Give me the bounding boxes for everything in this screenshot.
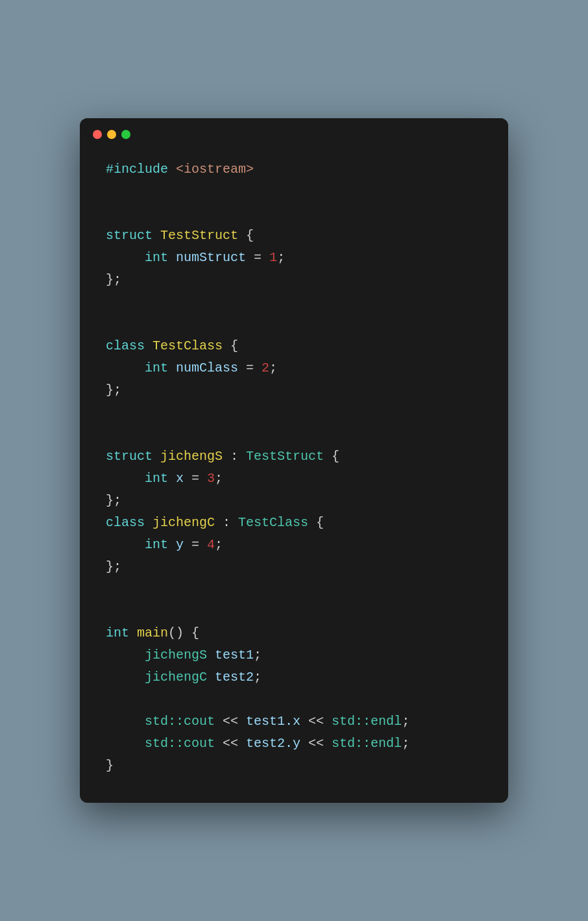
maximize-button[interactable] <box>121 130 130 139</box>
line-class1-open: class TestClass { <box>106 335 482 357</box>
line-main-close: } <box>106 755 482 777</box>
blank-line-3 <box>106 291 482 313</box>
line-struct2-open: struct jichengS : TestStruct { <box>106 446 482 468</box>
blank-line-9 <box>106 688 482 711</box>
line-cout1: std::cout << test1.x << std::endl; <box>106 711 482 733</box>
close-button[interactable] <box>93 130 102 139</box>
blank-line-2 <box>106 203 482 225</box>
titlebar <box>80 118 508 145</box>
line-struct1-open: struct TestStruct { <box>106 225 482 247</box>
blank-line-4 <box>106 313 482 335</box>
line-struct1-field: int numStruct = 1; <box>106 247 482 269</box>
line-class2-open: class jichengC : TestClass { <box>106 512 482 534</box>
line-main-open: int main() { <box>106 622 482 644</box>
code-editor: #include <iostream> struct TestStruct { … <box>80 145 508 803</box>
blank-line-8 <box>106 600 482 622</box>
blank-line-5 <box>106 401 482 423</box>
line-main-obj1: jichengS test1; <box>106 644 482 666</box>
line-struct1-close: }; <box>106 269 482 291</box>
line-cout2: std::cout << test2.y << std::endl; <box>106 733 482 755</box>
code-window: #include <iostream> struct TestStruct { … <box>80 118 508 803</box>
line-main-obj2: jichengC test2; <box>106 666 482 688</box>
line-struct2-field: int x = 3; <box>106 468 482 490</box>
line-struct2-close: }; <box>106 490 482 512</box>
minimize-button[interactable] <box>107 130 116 139</box>
line-class1-close: }; <box>106 379 482 401</box>
line-class2-close: }; <box>106 556 482 578</box>
blank-line-6 <box>106 423 482 446</box>
line-class1-field: int numClass = 2; <box>106 357 482 379</box>
line-include: #include <iostream> <box>106 158 482 181</box>
blank-line-7 <box>106 578 482 600</box>
blank-line-1 <box>106 181 482 203</box>
line-class2-field: int y = 4; <box>106 534 482 556</box>
